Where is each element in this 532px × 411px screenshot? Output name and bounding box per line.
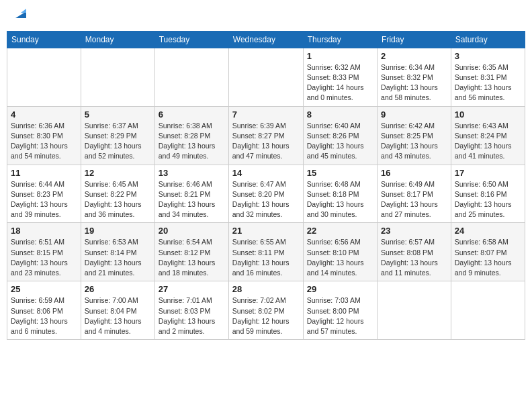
day-info: Sunrise: 6:43 AM Sunset: 8:24 PM Dayligh… xyxy=(455,121,521,162)
day-info: Sunrise: 6:54 AM Sunset: 8:12 PM Dayligh… xyxy=(159,237,225,278)
day-info: Sunrise: 6:36 AM Sunset: 8:30 PM Dayligh… xyxy=(11,121,77,162)
day-number: 25 xyxy=(11,284,77,294)
calendar-cell xyxy=(228,48,303,106)
day-info: Sunrise: 7:03 AM Sunset: 8:00 PM Dayligh… xyxy=(307,295,373,336)
day-number: 4 xyxy=(11,109,77,120)
day-info: Sunrise: 6:51 AM Sunset: 8:15 PM Dayligh… xyxy=(11,237,77,278)
day-info: Sunrise: 6:53 AM Sunset: 8:14 PM Dayligh… xyxy=(85,237,151,278)
day-number: 17 xyxy=(455,168,521,178)
col-header-saturday: Saturday xyxy=(451,31,525,48)
calendar-cell: 9Sunrise: 6:42 AM Sunset: 8:25 PM Daylig… xyxy=(378,106,451,165)
day-number: 13 xyxy=(159,168,225,178)
day-number: 3 xyxy=(455,51,521,61)
day-info: Sunrise: 6:42 AM Sunset: 8:25 PM Dayligh… xyxy=(381,121,447,162)
calendar-cell: 23Sunrise: 6:57 AM Sunset: 8:08 PM Dayli… xyxy=(378,223,451,281)
calendar-cell: 20Sunrise: 6:54 AM Sunset: 8:12 PM Dayli… xyxy=(154,223,228,281)
col-header-sunday: Sunday xyxy=(7,31,81,48)
day-number: 7 xyxy=(232,109,300,120)
calendar-cell: 24Sunrise: 6:58 AM Sunset: 8:07 PM Dayli… xyxy=(451,223,525,281)
day-number: 11 xyxy=(11,168,77,178)
calendar-cell xyxy=(7,48,81,106)
calendar-week-4: 18Sunrise: 6:51 AM Sunset: 8:15 PM Dayli… xyxy=(7,223,525,281)
day-info: Sunrise: 6:47 AM Sunset: 8:20 PM Dayligh… xyxy=(232,179,300,220)
calendar-cell: 13Sunrise: 6:46 AM Sunset: 8:21 PM Dayli… xyxy=(154,165,228,223)
day-info: Sunrise: 6:49 AM Sunset: 8:17 PM Dayligh… xyxy=(381,179,447,220)
day-info: Sunrise: 6:59 AM Sunset: 8:06 PM Dayligh… xyxy=(11,295,77,336)
day-info: Sunrise: 7:01 AM Sunset: 8:03 PM Dayligh… xyxy=(159,295,225,336)
calendar-cell: 17Sunrise: 6:50 AM Sunset: 8:16 PM Dayli… xyxy=(451,165,525,223)
day-number: 6 xyxy=(159,109,225,120)
header xyxy=(7,7,525,26)
calendar-cell: 21Sunrise: 6:55 AM Sunset: 8:11 PM Dayli… xyxy=(228,223,303,281)
col-header-wednesday: Wednesday xyxy=(228,31,303,48)
day-info: Sunrise: 6:39 AM Sunset: 8:27 PM Dayligh… xyxy=(232,121,300,162)
calendar-week-1: 1Sunrise: 6:32 AM Sunset: 8:33 PM Daylig… xyxy=(7,48,525,106)
day-number: 16 xyxy=(381,168,447,178)
day-info: Sunrise: 6:56 AM Sunset: 8:10 PM Dayligh… xyxy=(307,237,373,278)
day-info: Sunrise: 6:58 AM Sunset: 8:07 PM Dayligh… xyxy=(455,237,521,278)
calendar-cell: 4Sunrise: 6:36 AM Sunset: 8:30 PM Daylig… xyxy=(7,106,81,165)
calendar-cell: 16Sunrise: 6:49 AM Sunset: 8:17 PM Dayli… xyxy=(378,165,451,223)
logo xyxy=(11,9,29,23)
calendar-cell xyxy=(81,48,154,106)
calendar-cell: 25Sunrise: 6:59 AM Sunset: 8:06 PM Dayli… xyxy=(7,281,81,340)
day-number: 20 xyxy=(159,226,225,236)
day-info: Sunrise: 6:32 AM Sunset: 8:33 PM Dayligh… xyxy=(307,62,373,103)
svg-marker-1 xyxy=(21,9,26,13)
calendar-cell: 3Sunrise: 6:35 AM Sunset: 8:31 PM Daylig… xyxy=(451,48,525,106)
day-number: 23 xyxy=(381,226,447,236)
calendar-cell: 5Sunrise: 6:37 AM Sunset: 8:29 PM Daylig… xyxy=(81,106,154,165)
calendar-cell: 1Sunrise: 6:32 AM Sunset: 8:33 PM Daylig… xyxy=(303,48,377,106)
day-info: Sunrise: 7:02 AM Sunset: 8:02 PM Dayligh… xyxy=(232,295,300,336)
day-info: Sunrise: 6:38 AM Sunset: 8:28 PM Dayligh… xyxy=(159,121,225,162)
calendar-cell xyxy=(378,281,451,340)
calendar-cell: 7Sunrise: 6:39 AM Sunset: 8:27 PM Daylig… xyxy=(228,106,303,165)
page: SundayMondayTuesdayWednesdayThursdayFrid… xyxy=(0,0,532,411)
day-number: 19 xyxy=(85,226,151,236)
calendar-week-2: 4Sunrise: 6:36 AM Sunset: 8:30 PM Daylig… xyxy=(7,106,525,165)
calendar-cell: 22Sunrise: 6:56 AM Sunset: 8:10 PM Dayli… xyxy=(303,223,377,281)
col-header-monday: Monday xyxy=(81,31,154,48)
day-number: 8 xyxy=(307,109,373,120)
day-number: 9 xyxy=(381,109,447,120)
day-info: Sunrise: 6:40 AM Sunset: 8:26 PM Dayligh… xyxy=(307,121,373,162)
calendar-header-row: SundayMondayTuesdayWednesdayThursdayFrid… xyxy=(7,31,525,48)
calendar-cell: 2Sunrise: 6:34 AM Sunset: 8:32 PM Daylig… xyxy=(378,48,451,106)
calendar-cell: 11Sunrise: 6:44 AM Sunset: 8:23 PM Dayli… xyxy=(7,165,81,223)
calendar-week-3: 11Sunrise: 6:44 AM Sunset: 8:23 PM Dayli… xyxy=(7,165,525,223)
day-info: Sunrise: 6:34 AM Sunset: 8:32 PM Dayligh… xyxy=(381,62,447,103)
calendar-cell: 12Sunrise: 6:45 AM Sunset: 8:22 PM Dayli… xyxy=(81,165,154,223)
day-number: 5 xyxy=(85,109,151,120)
calendar-week-5: 25Sunrise: 6:59 AM Sunset: 8:06 PM Dayli… xyxy=(7,281,525,340)
col-header-friday: Friday xyxy=(378,31,451,48)
day-info: Sunrise: 6:50 AM Sunset: 8:16 PM Dayligh… xyxy=(455,179,521,220)
day-number: 29 xyxy=(307,284,373,294)
day-number: 28 xyxy=(232,284,300,294)
day-info: Sunrise: 6:45 AM Sunset: 8:22 PM Dayligh… xyxy=(85,179,151,220)
calendar-cell: 14Sunrise: 6:47 AM Sunset: 8:20 PM Dayli… xyxy=(228,165,303,223)
day-info: Sunrise: 6:48 AM Sunset: 8:18 PM Dayligh… xyxy=(307,179,373,220)
day-info: Sunrise: 6:46 AM Sunset: 8:21 PM Dayligh… xyxy=(159,179,225,220)
day-info: Sunrise: 6:55 AM Sunset: 8:11 PM Dayligh… xyxy=(232,237,300,278)
calendar-cell: 18Sunrise: 6:51 AM Sunset: 8:15 PM Dayli… xyxy=(7,223,81,281)
col-header-tuesday: Tuesday xyxy=(154,31,228,48)
day-number: 1 xyxy=(307,51,373,61)
day-number: 21 xyxy=(232,226,300,236)
calendar-cell: 8Sunrise: 6:40 AM Sunset: 8:26 PM Daylig… xyxy=(303,106,377,165)
day-number: 22 xyxy=(307,226,373,236)
day-number: 26 xyxy=(85,284,151,294)
day-number: 10 xyxy=(455,109,521,120)
calendar-cell: 19Sunrise: 6:53 AM Sunset: 8:14 PM Dayli… xyxy=(81,223,154,281)
day-number: 2 xyxy=(381,51,447,61)
day-number: 27 xyxy=(159,284,225,294)
col-header-thursday: Thursday xyxy=(303,31,377,48)
day-number: 15 xyxy=(307,168,373,178)
calendar-cell: 27Sunrise: 7:01 AM Sunset: 8:03 PM Dayli… xyxy=(154,281,228,340)
logo-icon xyxy=(13,5,29,21)
day-info: Sunrise: 7:00 AM Sunset: 8:04 PM Dayligh… xyxy=(85,295,151,336)
calendar-cell xyxy=(154,48,228,106)
calendar-cell: 10Sunrise: 6:43 AM Sunset: 8:24 PM Dayli… xyxy=(451,106,525,165)
day-info: Sunrise: 6:35 AM Sunset: 8:31 PM Dayligh… xyxy=(455,62,521,103)
day-info: Sunrise: 6:57 AM Sunset: 8:08 PM Dayligh… xyxy=(381,237,447,278)
calendar-cell: 28Sunrise: 7:02 AM Sunset: 8:02 PM Dayli… xyxy=(228,281,303,340)
